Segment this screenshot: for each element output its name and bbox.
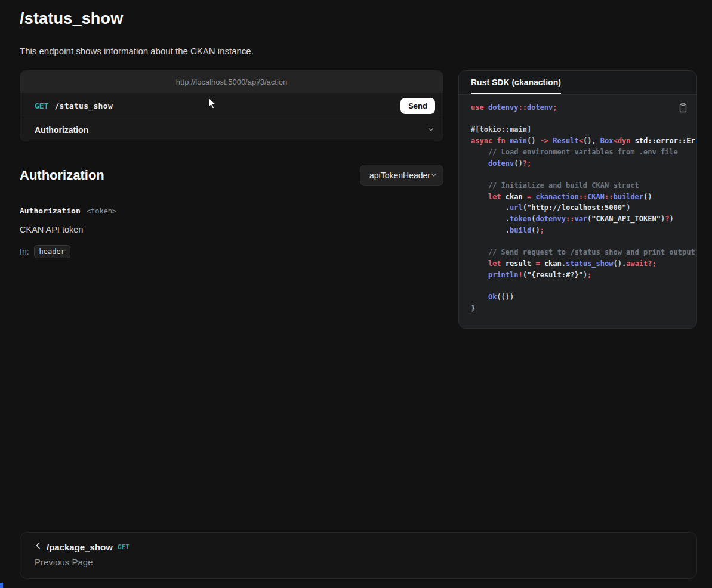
page-title: /status_show	[20, 10, 123, 28]
auth-in-label: In:	[20, 247, 29, 256]
sdk-code-panel: Rust SDK (ckanaction) use dotenvy::doten…	[458, 70, 697, 329]
endpoint-path: /status_show	[54, 101, 113, 110]
previous-page-title: /package_show	[47, 542, 113, 552]
clipboard-icon	[679, 106, 688, 114]
send-button[interactable]: Send	[400, 98, 435, 114]
previous-page-label: Previous Page	[35, 557, 682, 567]
chevron-left-icon	[35, 541, 42, 552]
chevron-down-icon[interactable]	[427, 125, 434, 135]
auth-in-row: In: header	[20, 245, 70, 258]
auth-param-row: Authorization <token>	[20, 206, 116, 215]
sdk-code-body: use dotenvy::dotenv; #[tokio::main]async…	[459, 95, 696, 321]
endpoint-row: GET /status_show Send	[20, 93, 443, 119]
authorization-heading: Authorization	[20, 168, 104, 183]
previous-page-link[interactable]: /package_show GET Previous Page	[20, 532, 697, 579]
http-method-badge: GET	[35, 101, 48, 110]
api-playground-card: http://localhost:5000/api/3/action GET /…	[20, 70, 443, 141]
base-url: http://localhost:5000/api/3/action	[176, 78, 287, 86]
auth-scheme-value: apiTokenHeader	[369, 171, 430, 180]
previous-page-row: /package_show GET	[35, 541, 682, 552]
auth-scheme-select[interactable]: apiTokenHeader	[360, 165, 443, 186]
auth-param-name: Authorization	[20, 206, 81, 215]
auth-param-description: CKAN API token	[20, 225, 83, 234]
page-description: This endpoint shows information about th…	[20, 46, 254, 56]
sdk-panel-header: Rust SDK (ckanaction)	[459, 71, 696, 95]
authorization-accordion-label: Authorization	[35, 125, 88, 135]
authorization-accordion[interactable]: Authorization	[20, 119, 443, 141]
scroll-accent-mark	[0, 583, 3, 588]
code-block[interactable]: use dotenvy::dotenv; #[tokio::main]async…	[471, 102, 696, 314]
chevron-down-icon	[430, 171, 437, 180]
tab-rust-sdk[interactable]: Rust SDK (ckanaction)	[471, 71, 561, 94]
copy-code-button[interactable]	[677, 101, 689, 116]
previous-page-method-badge: GET	[118, 543, 130, 551]
auth-param-type: <token>	[87, 207, 117, 215]
auth-in-value-chip: header	[34, 245, 70, 258]
base-url-bar: http://localhost:5000/api/3/action	[20, 71, 443, 93]
